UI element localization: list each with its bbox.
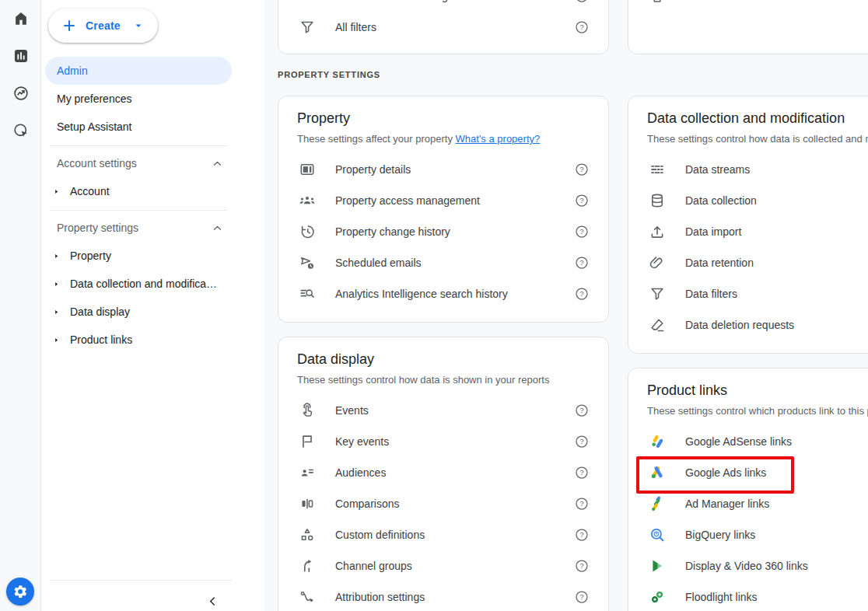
help-icon[interactable]: ? [574, 255, 590, 271]
settings-row[interactable]: Data deletion requests [628, 309, 868, 340]
help-icon[interactable]: ? [574, 19, 590, 35]
attribution-icon [299, 588, 316, 606]
sidebar-child-item[interactable]: Data collection and modifica… [45, 270, 232, 298]
sidebar-section-account-settings[interactable]: Account settings [45, 149, 232, 177]
sidebar-item[interactable]: My preferences [45, 85, 232, 113]
divider [50, 145, 227, 146]
property-access-icon [299, 192, 316, 209]
svg-text:?: ? [579, 228, 583, 236]
settings-row[interactable]: Google AdSense links [628, 426, 868, 457]
filter-icon [649, 285, 666, 302]
whats-a-property-link[interactable]: What's a property? [456, 133, 541, 145]
settings-row[interactable]: Ad Manager links [628, 488, 868, 519]
audiences-icon [299, 464, 316, 481]
settings-row[interactable]: BigQuery links [628, 519, 868, 550]
reports-icon [12, 47, 30, 65]
upload-icon [649, 223, 666, 240]
svg-text:?: ? [579, 290, 583, 298]
chevron-left-icon [206, 595, 219, 608]
settings-row[interactable]: Data streams [628, 154, 868, 185]
help-icon[interactable]: ? [574, 403, 590, 418]
sidebar-item[interactable]: Setup Assistant [45, 113, 232, 141]
sidebar-item[interactable]: Admin [45, 57, 232, 85]
settings-row[interactable]: Property access management ? [278, 185, 608, 216]
settings-row[interactable]: Audiences ? [278, 457, 608, 488]
settings-row[interactable]: Data import [628, 216, 868, 247]
manage-search-icon [299, 285, 316, 302]
trash-icon [649, 0, 666, 5]
svg-text:?: ? [579, 23, 583, 31]
scheduled-send-icon [299, 254, 316, 271]
settings-row[interactable]: All filters ? [278, 12, 608, 43]
settings-row[interactable]: Account access management ? [278, 0, 608, 12]
svg-text:?: ? [579, 593, 583, 601]
property-details-icon [299, 161, 316, 178]
collapse-sidebar-button[interactable] [202, 591, 222, 611]
sidebar-child-item[interactable]: Account [45, 177, 232, 205]
chevron-up-icon [211, 157, 224, 170]
plus-icon [61, 17, 78, 34]
help-icon[interactable]: ? [574, 286, 590, 302]
caret-right-icon [53, 281, 60, 288]
analytics-admin-page: Create Admin My preferences Setup Assist… [0, 0, 868, 611]
card-description: These settings control how data is colle… [647, 133, 868, 145]
settings-row[interactable]: Custom definitions ? [278, 519, 608, 550]
data-display-card: Data display These settings control how … [278, 337, 609, 611]
sidebar-child-item[interactable]: Product links [45, 326, 232, 354]
settings-row[interactable]: Property details ? [278, 154, 608, 185]
help-icon[interactable]: ? [574, 558, 590, 574]
settings-row[interactable]: Display & Video 360 links [628, 550, 868, 581]
sidebar-section-property-settings[interactable]: Property settings [45, 214, 232, 242]
card-description: These settings control how data is shown… [297, 374, 590, 386]
settings-row[interactable]: Floodlight links [628, 581, 868, 611]
help-icon[interactable]: ? [574, 527, 590, 543]
create-button[interactable]: Create [48, 9, 158, 43]
svg-text:?: ? [579, 500, 583, 508]
history-icon [299, 223, 316, 240]
help-icon[interactable]: ? [574, 0, 590, 4]
card-title: Data display [297, 351, 590, 368]
rail-item[interactable] [0, 37, 41, 75]
admin-sidebar: Create Admin My preferences Setup Assist… [42, 0, 264, 611]
settings-row[interactable]: Property change history ? [278, 216, 608, 247]
help-icon[interactable]: ? [574, 496, 590, 511]
svg-text:?: ? [579, 197, 583, 204]
settings-row[interactable]: Data retention [628, 247, 868, 278]
help-icon[interactable]: ? [574, 434, 590, 449]
help-icon[interactable]: ? [574, 162, 590, 177]
rail-item[interactable] [0, 75, 41, 112]
settings-row[interactable]: Channel groups ? [278, 550, 608, 581]
sidebar-child-item[interactable]: Data display [45, 298, 232, 326]
attachment-icon [649, 254, 666, 271]
settings-row[interactable]: Google Ads links [628, 457, 868, 488]
sidebar-child-item[interactable]: Property [45, 242, 232, 270]
settings-row[interactable]: Trash [628, 0, 868, 12]
settings-row[interactable]: Scheduled emails ? [278, 247, 608, 278]
property-settings-section-label: PROPERTY SETTINGS [278, 70, 380, 79]
svg-text:?: ? [579, 469, 583, 477]
help-icon[interactable]: ? [574, 224, 590, 239]
help-icon[interactable]: ? [574, 193, 590, 208]
rail-item[interactable] [0, 112, 41, 149]
help-icon[interactable]: ? [574, 465, 590, 480]
settings-row[interactable]: Analytics Intelligence search history ? [278, 278, 608, 309]
svg-text:?: ? [579, 166, 583, 173]
settings-row[interactable]: Comparisons ? [278, 488, 608, 519]
help-icon[interactable]: ? [574, 589, 590, 605]
dv360-icon [649, 557, 666, 574]
settings-row[interactable]: Events ? [278, 395, 608, 426]
svg-text:?: ? [579, 259, 583, 267]
adsense-icon [649, 433, 666, 450]
svg-text:?: ? [579, 531, 583, 539]
admin-settings-button[interactable] [6, 578, 34, 606]
settings-row[interactable]: Key events ? [278, 426, 608, 457]
card-description: These settings affect your property What… [297, 133, 590, 145]
settings-row[interactable]: Data collection [628, 185, 868, 216]
settings-row[interactable]: Data filters [628, 278, 868, 309]
card-title: Product links [647, 382, 868, 399]
ad-manager-icon [649, 495, 666, 512]
rail-item[interactable] [0, 0, 41, 37]
flag-icon [299, 433, 316, 450]
settings-row[interactable]: Attribution settings ? [278, 581, 608, 611]
divider [50, 580, 232, 581]
